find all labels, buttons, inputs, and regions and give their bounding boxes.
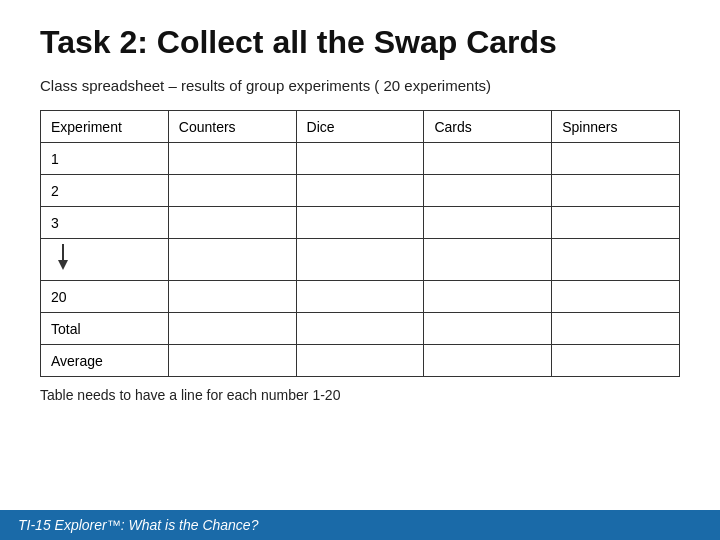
row-counters-1	[168, 143, 296, 175]
row-label-average: Average	[41, 345, 169, 377]
row-counters-average	[168, 345, 296, 377]
row-cards-20	[424, 281, 552, 313]
table-row-average: Average	[41, 345, 680, 377]
row-counters-20	[168, 281, 296, 313]
row-cards-average	[424, 345, 552, 377]
row-label-2: 2	[41, 175, 169, 207]
row-cards-3	[424, 207, 552, 239]
table-wrapper: Experiment Counters Dice Cards Spinners …	[40, 110, 680, 377]
row-dice-2	[296, 175, 424, 207]
row-cards-total	[424, 313, 552, 345]
row-dice-20	[296, 281, 424, 313]
svg-marker-1	[58, 260, 68, 270]
row-dice-average	[296, 345, 424, 377]
row-counters-2	[168, 175, 296, 207]
row-spinners-1	[552, 143, 680, 175]
main-page: Task 2: Collect all the Swap Cards Class…	[0, 0, 720, 540]
bottom-bar: TI-15 Explorer™: What is the Chance?	[0, 510, 720, 540]
header-cards: Cards	[424, 111, 552, 143]
row-label-total: Total	[41, 313, 169, 345]
header-counters: Counters	[168, 111, 296, 143]
arrow-row	[41, 239, 680, 281]
header-spinners: Spinners	[552, 111, 680, 143]
row-dice-3	[296, 207, 424, 239]
table-row: 3	[41, 207, 680, 239]
footnote: Table needs to have a line for each numb…	[40, 387, 680, 403]
row-cards-1	[424, 143, 552, 175]
row-label-20: 20	[41, 281, 169, 313]
row-spinners-2	[552, 175, 680, 207]
row-dice-total	[296, 313, 424, 345]
row-label-3: 3	[41, 207, 169, 239]
header-experiment: Experiment	[41, 111, 169, 143]
row-label-1: 1	[41, 143, 169, 175]
row-spinners-average	[552, 345, 680, 377]
down-arrow-icon	[55, 244, 71, 272]
results-table: Experiment Counters Dice Cards Spinners …	[40, 110, 680, 377]
row-spinners-20	[552, 281, 680, 313]
table-row-total: Total	[41, 313, 680, 345]
table-row: 2	[41, 175, 680, 207]
header-dice: Dice	[296, 111, 424, 143]
row-dice-1	[296, 143, 424, 175]
subtitle: Class spreadsheet – results of group exp…	[40, 77, 680, 94]
row-spinners-total	[552, 313, 680, 345]
row-cards-2	[424, 175, 552, 207]
row-spinners-3	[552, 207, 680, 239]
arrow-cell	[41, 239, 169, 281]
row-counters-3	[168, 207, 296, 239]
page-title: Task 2: Collect all the Swap Cards	[40, 24, 680, 61]
table-row: 1	[41, 143, 680, 175]
row-counters-total	[168, 313, 296, 345]
table-row: 20	[41, 281, 680, 313]
